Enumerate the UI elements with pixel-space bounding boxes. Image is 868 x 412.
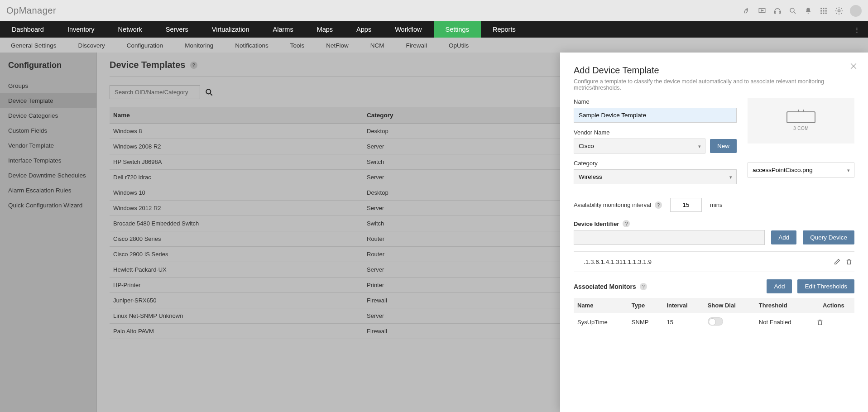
help-icon-monitors[interactable]: ?	[640, 283, 647, 290]
mcol-show-dial: Show Dial	[704, 298, 755, 313]
label-category: Category	[574, 160, 737, 167]
mcol-name: Name	[574, 298, 628, 313]
cell-name: Juniper-SRX650	[110, 293, 363, 308]
nav-virtualization[interactable]: Virtualization	[200, 21, 261, 38]
nav-dashboard[interactable]: Dashboard	[0, 21, 56, 38]
sidebar-item-custom-fields[interactable]: Custom Fields	[0, 123, 96, 138]
search-input[interactable]	[110, 85, 200, 99]
cell-name: Windows 8	[110, 124, 363, 139]
nav-inventory[interactable]: Inventory	[56, 21, 106, 38]
help-icon-device-identifier[interactable]: ?	[623, 220, 630, 227]
gear-icon[interactable]	[834, 6, 844, 15]
category-select[interactable]	[574, 169, 737, 184]
svg-rect-13	[825, 12, 827, 14]
nav-apps[interactable]: Apps	[345, 21, 383, 38]
nav-network[interactable]: Network	[106, 21, 154, 38]
svg-rect-10	[825, 10, 827, 11]
svg-rect-12	[823, 12, 825, 14]
panel-description: Configure a template to classify the dev…	[574, 78, 854, 91]
page-title: Device Templates ?	[110, 60, 197, 70]
sidebar-title: Configuration	[0, 53, 96, 78]
mcol-interval: Interval	[663, 298, 704, 313]
cell-name: Brocade 5480 Embedded Switch	[110, 216, 363, 231]
device-image-preview: 3 COM	[748, 98, 854, 144]
panel-title: Add Device Template	[574, 65, 854, 76]
svg-rect-6	[823, 8, 825, 9]
router-icon	[786, 111, 815, 123]
label-associated-monitors: Associated Monitors ?	[574, 283, 647, 290]
oid-value: .1.3.6.1.4.1.311.1.1.3.1.9	[575, 259, 834, 265]
close-icon[interactable]	[849, 62, 858, 71]
add-device-template-panel: Add Device Template Configure a template…	[560, 53, 868, 412]
svg-rect-8	[820, 10, 822, 11]
sidebar-item-interface-templates[interactable]: Interface Templates	[0, 153, 96, 168]
sidebar-item-device-downtime[interactable]: Device Downtime Schedules	[0, 168, 96, 183]
apps-grid-icon[interactable]	[819, 6, 828, 15]
label-vendor: Vendor Name	[574, 129, 737, 136]
device-identifier-field[interactable]	[574, 230, 765, 245]
associated-monitors-table: Name Type Interval Show Dial Threshold A…	[574, 298, 854, 331]
label-device-identifier: Device Identifier ?	[574, 220, 854, 227]
nav-workflow[interactable]: Workflow	[383, 21, 433, 38]
rocket-icon[interactable]	[742, 6, 751, 15]
top-bar: OpManager	[0, 0, 868, 21]
brand-logo: OpManager	[6, 5, 56, 16]
add-identifier-button[interactable]: Add	[771, 230, 796, 244]
nav-alarms[interactable]: Alarms	[261, 21, 305, 38]
sidebar-item-device-template[interactable]: Device Template	[0, 93, 96, 108]
oid-row: .1.3.6.1.4.1.311.1.1.3.1.9	[574, 254, 854, 270]
avatar[interactable]	[850, 5, 862, 17]
sidebar-item-groups[interactable]: Groups	[0, 78, 96, 93]
svg-point-0	[747, 9, 748, 10]
svg-point-4	[790, 8, 794, 12]
cell-name: Cisco 2900 IS Series	[110, 247, 363, 262]
edit-thresholds-button[interactable]: Edit Thresholds	[797, 279, 854, 293]
sidebar-item-alarm-escalation[interactable]: Alarm Escalation Rules	[0, 183, 96, 198]
label-name: Name	[574, 98, 737, 105]
bell-icon[interactable]	[804, 6, 813, 15]
svg-point-15	[206, 89, 211, 94]
device-image-select[interactable]	[748, 163, 854, 177]
presentation-icon[interactable]	[758, 6, 767, 15]
show-dial-toggle[interactable]	[708, 317, 723, 326]
nav-maps[interactable]: Maps	[305, 21, 345, 38]
mcell-show-dial	[704, 313, 755, 331]
interval-field[interactable]	[670, 198, 702, 212]
svg-rect-7	[825, 8, 827, 9]
name-field[interactable]	[574, 108, 737, 123]
page-title-text: Device Templates	[110, 60, 186, 70]
label-availability: Availability monitoring interval ?	[574, 201, 662, 209]
nav-settings[interactable]: Settings	[434, 21, 481, 38]
nav-reports[interactable]: Reports	[481, 21, 528, 38]
help-icon[interactable]: ?	[190, 62, 197, 69]
query-device-button[interactable]: Query Device	[803, 230, 854, 244]
headset-icon[interactable]	[773, 6, 782, 15]
sidebar-item-device-categories[interactable]: Device Categories	[0, 108, 96, 123]
cell-name: Windows 2008 R2	[110, 139, 363, 154]
sidebar-item-vendor-template[interactable]: Vendor Template	[0, 138, 96, 153]
trash-icon[interactable]	[845, 258, 853, 265]
add-monitor-button[interactable]: Add	[767, 279, 792, 293]
search-icon[interactable]	[788, 6, 797, 15]
mcell-threshold: Not Enabled	[755, 313, 813, 331]
col-name[interactable]: Name	[110, 107, 363, 124]
vendor-select[interactable]	[574, 139, 705, 153]
new-vendor-button[interactable]: New	[710, 139, 737, 153]
sidebar-item-quick-config-wizard[interactable]: Quick Configuration Wizard	[0, 198, 96, 213]
topbar-actions	[742, 5, 862, 17]
help-icon-availability[interactable]: ?	[655, 201, 662, 209]
cell-name: Dell r720 idrac	[110, 170, 363, 185]
main-nav: Dashboard Inventory Network Servers Virt…	[0, 21, 868, 38]
nav-servers[interactable]: Servers	[154, 21, 200, 38]
nav-more-icon[interactable]: ⋮	[846, 22, 868, 38]
configuration-sidebar: Configuration Groups Device Template Dev…	[0, 53, 97, 412]
trash-icon[interactable]	[816, 319, 851, 326]
svg-rect-9	[823, 10, 825, 11]
edit-icon[interactable]	[834, 258, 841, 265]
cell-name: Linux Net-SNMP Unknown	[110, 308, 363, 324]
svg-rect-2	[774, 11, 776, 13]
device-image-label: 3 COM	[793, 126, 809, 131]
cell-name: Hewlett-Packard-UX	[110, 262, 363, 278]
mcol-actions: Actions	[813, 298, 854, 313]
search-button[interactable]	[205, 88, 214, 97]
